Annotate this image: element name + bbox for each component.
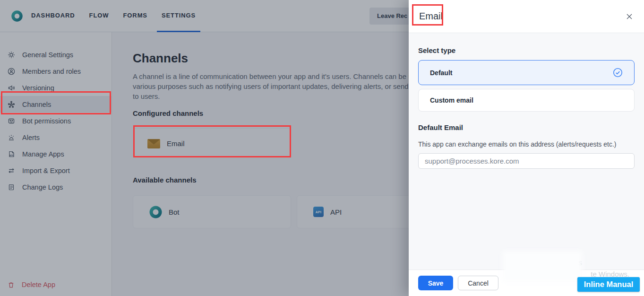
default-email-description: This app can exchange emails on this add…	[418, 140, 635, 148]
email-channel-panel: Email Select type Default Custom em	[409, 0, 644, 296]
default-email-input[interactable]	[418, 153, 635, 169]
blurred-redaction-box	[506, 254, 579, 279]
close-icon[interactable]	[625, 12, 634, 21]
option-default-label: Default	[430, 69, 452, 77]
default-email-label: Default Email	[418, 123, 635, 131]
select-type-label: Select type	[418, 46, 635, 54]
option-custom-email[interactable]: Custom email	[418, 89, 635, 112]
app-root: DASHBOARD FLOW FORMS SETTINGS Leave Rec …	[0, 0, 644, 296]
check-circle-icon	[613, 68, 623, 78]
cancel-button[interactable]: Cancel	[458, 276, 498, 290]
option-default[interactable]: Default	[418, 60, 635, 85]
option-custom-email-label: Custom email	[430, 96, 473, 104]
inline-manual-button[interactable]: Inline Manual	[577, 277, 640, 292]
panel-header: Email	[409, 0, 644, 33]
panel-body: Select type Default Custom email Default…	[409, 33, 644, 270]
save-button[interactable]: Save	[418, 276, 453, 290]
panel-title: Email	[419, 11, 443, 22]
